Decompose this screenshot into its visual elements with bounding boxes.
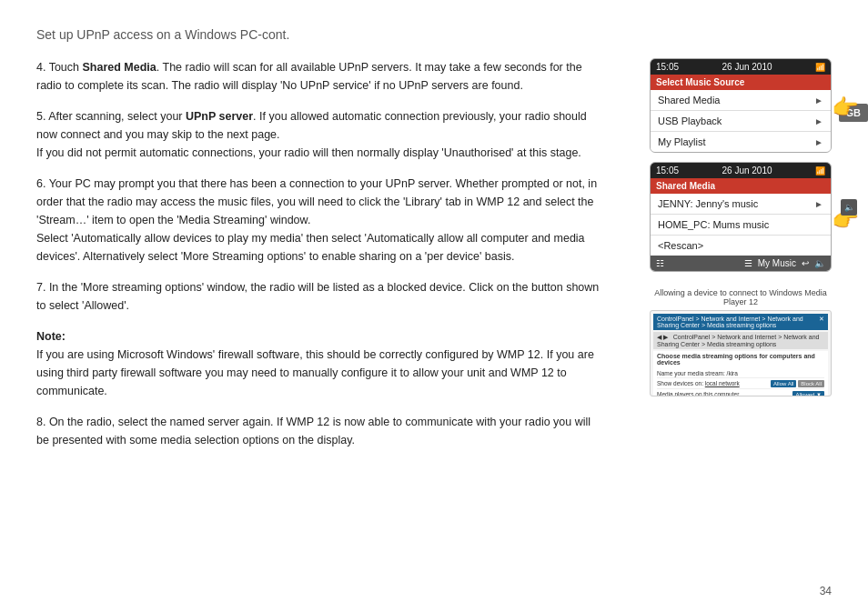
screen1-wrapper: 15:05 26 Jun 2010 📶 Select Music Source … (650, 58, 832, 156)
wmp-row-0-label: Name your media stream: /kira (657, 370, 824, 376)
screen2-title: Shared Media (651, 178, 831, 194)
wmp-title-text: ControlPanel > Network and Internet > Ne… (657, 316, 819, 328)
screen1-item-1[interactable]: Shared Media ► (651, 90, 831, 111)
screen2-items: JENNY: Jenny's music ► HOME_PC: Mums mus… (651, 194, 831, 256)
screen1-item-3-label: My Playlist (658, 136, 706, 147)
page-title: Set up UPnP access on a Windows PC-cont. (36, 27, 832, 42)
wmp-caption: Allowing a device to connect to Windows … (650, 288, 832, 306)
text-column: 4. Touch Shared Media. The radio will sc… (36, 58, 604, 462)
allowed-button-2[interactable]: Allowed ▼ (792, 391, 824, 397)
wifi-icon: 📶 (815, 63, 825, 72)
step-5: 5. After scanning, select your UPnP serv… (36, 107, 604, 162)
right-column: GB 15:05 26 Jun 2010 📶 Select Music Sour… (622, 58, 832, 462)
gb-badge: GB (839, 104, 869, 122)
screen2-bottom-bar: ☷ ☰ My Music ↩ 🔈 (651, 256, 831, 271)
wmp-nav-text: ◀ ▶ ControlPanel > Network and Internet … (657, 334, 819, 347)
step-7: 7. In the 'More streaming options' windo… (36, 278, 604, 315)
bottom-icons: ☰ My Music ↩ 🔈 (744, 258, 825, 268)
screen2-date: 26 Jun 2010 (722, 166, 772, 176)
step-5-num: 5. After scanning, select your (36, 110, 186, 123)
screen1-item-1-arrow: ► (814, 95, 823, 105)
screen1-header: 15:05 26 Jun 2010 📶 (651, 59, 831, 75)
back-icon: ↩ (802, 258, 809, 268)
allow-all-button[interactable]: Allow All (771, 380, 796, 387)
wmp-row-1: Show devices on: local network Allow All… (657, 378, 824, 389)
screen1-item-2-arrow: ► (814, 116, 823, 126)
step-7-text: 7. In the 'More streaming options' windo… (36, 281, 599, 312)
step-6-text: 6. Your PC may prompt you that there has… (36, 177, 597, 263)
screen1-item-3-arrow: ► (814, 137, 823, 147)
step-5-bold: UPnP server (186, 110, 253, 123)
screen2-item-1-arrow: ► (814, 199, 823, 209)
menu-icon: ☰ (744, 258, 752, 268)
screen2-header: 15:05 26 Jun 2010 📶 (651, 163, 831, 178)
wmp-body: Choose media streaming options for compu… (653, 351, 828, 396)
wmp-row-1-label: Show devices on: local network (657, 380, 771, 386)
wmp-section: Allowing a device to connect to Windows … (650, 288, 832, 396)
wmp-row-2-label: Media players on this computer (657, 391, 792, 396)
screen1-title: Select Music Source (651, 75, 831, 90)
screen2-item-1-label: JENNY: Jenny's music (658, 198, 758, 209)
screen1-item-1-label: Shared Media (658, 95, 721, 105)
page-number: 34 (820, 585, 832, 597)
page-container: Set up UPnP access on a Windows PC-cont.… (0, 0, 868, 612)
block-all-button[interactable]: Block All (798, 380, 824, 387)
radio-screen-1: 15:05 26 Jun 2010 📶 Select Music Source … (650, 58, 832, 153)
screen1-item-2-label: USB Playback (658, 115, 722, 126)
screen2-bottom-label: My Music (758, 258, 796, 268)
note-text: If you are using Microsoft Windows' fire… (36, 348, 594, 397)
note-heading: Note: (36, 330, 66, 343)
step-4: 4. Touch Shared Media. The radio will sc… (36, 58, 604, 95)
step-8-text: 8. On the radio, select the named server… (36, 416, 590, 446)
screen1-items: Shared Media ► USB Playback ► My Playlis… (651, 90, 831, 152)
note-block: Note: If you are using Microsoft Windows… (36, 327, 604, 400)
main-content: 4. Touch Shared Media. The radio will sc… (36, 58, 832, 462)
screen1-item-3[interactable]: My Playlist ► (651, 132, 831, 152)
screen1-item-2[interactable]: USB Playback ► (651, 111, 831, 132)
wmp-heading: Choose media streaming options for compu… (657, 353, 824, 366)
wmp-nav: ◀ ▶ ControlPanel > Network and Internet … (653, 332, 828, 349)
step-4-num: 4. Touch (36, 61, 83, 74)
wmp-row-2: Media players on this computer Allowed ▼ (657, 389, 824, 396)
screen2-time: 15:05 (656, 166, 679, 176)
screen1-time: 15:05 (656, 62, 679, 72)
screen2-item-3[interactable]: <Rescan> (651, 236, 831, 256)
step-6: 6. Your PC may prompt you that there has… (36, 175, 604, 266)
speaker-icon: 🔈 (814, 258, 825, 268)
wmp-close-icon: ✕ (819, 316, 824, 328)
screen2-item-1[interactable]: JENNY: Jenny's music ► (651, 194, 831, 215)
screen2-item-2[interactable]: HOME_PC: Mums music (651, 215, 831, 236)
step-4-bold: Shared Media (83, 61, 156, 74)
wmp-titlebar: ControlPanel > Network and Internet > Ne… (653, 314, 828, 330)
step-8: 8. On the radio, select the named server… (36, 413, 604, 449)
screen1-date: 26 Jun 2010 (722, 62, 772, 72)
screen2-item-2-label: HOME_PC: Mums music (658, 219, 769, 230)
wmp-screenshot: ControlPanel > Network and Internet > Ne… (650, 310, 832, 396)
speaker-button-right[interactable]: 🔈 (841, 199, 857, 216)
screen2-wrapper: 15:05 26 Jun 2010 📶 Shared Media JENNY: … (650, 162, 832, 276)
screen2-item-3-label: <Rescan> (658, 240, 703, 251)
radio-screen-2: 15:05 26 Jun 2010 📶 Shared Media JENNY: … (650, 162, 832, 272)
bottom-grid-icon: ☷ (656, 258, 664, 268)
wmp-row-0: Name your media stream: /kira (657, 368, 824, 378)
wifi-icon-2: 📶 (815, 166, 825, 176)
